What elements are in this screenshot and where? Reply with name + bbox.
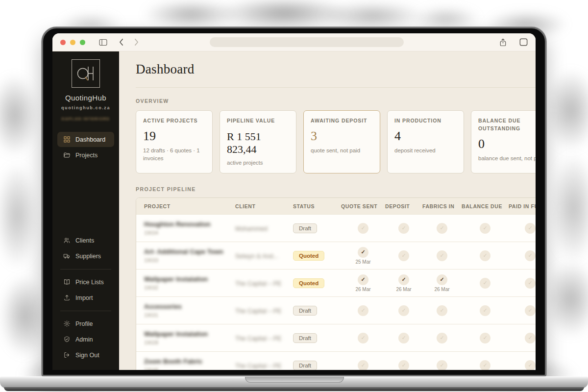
check-icon: ✓ bbox=[525, 305, 536, 316]
check-icon: ✓ bbox=[480, 223, 490, 234]
stat-cards-row: ACTIVE PROJECTS 19 12 drafts · 6 quotes … bbox=[136, 110, 536, 173]
sidebar-item[interactable]: Admin bbox=[57, 332, 114, 347]
check-icon: ✓ bbox=[480, 305, 490, 316]
project-name: Wallpaper Instalation bbox=[144, 275, 235, 283]
stat-card-label: BALANCE DUE OUTSTANDING bbox=[478, 117, 536, 133]
background-blob bbox=[0, 74, 39, 157]
sidebar-item[interactable]: Sign Out bbox=[57, 347, 114, 363]
status-badge: Quoted bbox=[293, 251, 324, 261]
check-cell: ✓ bbox=[462, 333, 509, 343]
forward-button[interactable] bbox=[134, 39, 139, 46]
sidebar-item[interactable]: Dashboard bbox=[57, 132, 114, 147]
sidebar-item[interactable]: Profile bbox=[57, 316, 114, 331]
project-name: Art- Additional Cape Town bbox=[144, 248, 235, 255]
check-cell: ✓ bbox=[509, 360, 536, 370]
sidebar-item-label: Price Lists bbox=[75, 279, 104, 286]
page-title: Dashboard bbox=[136, 62, 195, 77]
stat-card-value: R 1 551 823,44 bbox=[227, 130, 289, 156]
check-icon: ✓ bbox=[480, 278, 490, 289]
minimize-window-button[interactable] bbox=[70, 40, 75, 45]
check-cell: ✓ bbox=[385, 250, 422, 261]
stat-card-subtext: quote sent, not paid bbox=[311, 147, 373, 155]
pipeline-section-label: PROJECT PIPELINE bbox=[136, 186, 536, 192]
new-tab-icon[interactable] bbox=[519, 38, 528, 46]
address-bar[interactable] bbox=[210, 37, 404, 47]
background-blob bbox=[142, 0, 240, 28]
laptop-frame: QuotingHub quotinghub.co.za KAPLAN INTER… bbox=[42, 27, 546, 376]
sidebar-toggle-icon[interactable] bbox=[99, 39, 107, 46]
check-icon: ✓ bbox=[525, 250, 536, 261]
stat-card-value: 19 bbox=[143, 129, 205, 144]
sign-out-icon bbox=[63, 351, 71, 359]
check-date: 26 Mar bbox=[355, 287, 370, 292]
stat-card-subtext: active projects bbox=[227, 159, 289, 167]
stat-card-value: 4 bbox=[394, 129, 457, 144]
check-icon: ✓ bbox=[525, 333, 536, 343]
column-header: CLIENT bbox=[235, 203, 293, 209]
sidebar-item[interactable]: Import bbox=[57, 290, 114, 305]
check-cell: ✓ bbox=[422, 305, 462, 316]
project-id: 19034 bbox=[144, 230, 235, 236]
stat-card-label: IN PRODUCTION bbox=[394, 117, 457, 125]
stat-card-label: AWAITING DEPOSIT bbox=[311, 117, 373, 125]
status-badge: Draft bbox=[293, 306, 317, 316]
check-icon: ✓ bbox=[398, 305, 409, 316]
stat-card-label: PIPELINE VALUE bbox=[227, 117, 289, 125]
table-row[interactable]: Art- Additional Cape Town 19033 Selwyn &… bbox=[136, 242, 536, 269]
check-icon: ✓ bbox=[398, 360, 409, 370]
check-icon: ✓ bbox=[358, 333, 368, 343]
column-header: BALANCE DUE bbox=[462, 203, 509, 209]
sidebar-item-label: Suppliers bbox=[75, 253, 101, 260]
client-name: The Capital – PE bbox=[235, 308, 282, 315]
share-icon[interactable] bbox=[499, 38, 507, 47]
table-row[interactable]: Wallpaper Instalation 19032 The Capital … bbox=[136, 269, 536, 296]
sidebar-nav-primary: Dashboard Projects bbox=[52, 132, 119, 163]
check-icon: ✓ bbox=[358, 360, 368, 370]
check-cell: ✓ bbox=[509, 223, 536, 234]
check-cell: ✓ bbox=[509, 305, 536, 316]
table-row[interactable]: Wallpaper Instalation 19028 The Capital … bbox=[136, 324, 536, 351]
check-icon: ✓ bbox=[437, 305, 447, 316]
sidebar: QuotingHub quotinghub.co.za KAPLAN INTER… bbox=[52, 51, 119, 370]
check-cell: ✓ 26 Mar bbox=[422, 274, 462, 292]
project-name: Wallpaper Instalation bbox=[144, 330, 235, 338]
check-icon: ✓ bbox=[358, 305, 368, 316]
check-cell: ✓ 26 Mar bbox=[341, 274, 385, 292]
main-content: Dashboard OVERVIEW ACTIVE PROJECTS 19 12… bbox=[119, 51, 536, 370]
project-name: Accessories bbox=[144, 303, 235, 310]
check-icon: ✓ bbox=[437, 223, 447, 234]
column-header: DEPOSIT bbox=[385, 203, 422, 209]
check-cell: ✓ bbox=[509, 333, 536, 343]
background-blob bbox=[544, 260, 588, 338]
browser-toolbar bbox=[52, 33, 536, 51]
sidebar-item[interactable]: Suppliers bbox=[57, 248, 114, 264]
check-icon: ✓ bbox=[437, 250, 447, 261]
client-name: The Capital – PE bbox=[235, 335, 282, 342]
suppliers-icon bbox=[63, 252, 71, 260]
status-badge: Draft bbox=[293, 333, 317, 343]
column-header: PROJECT bbox=[144, 203, 235, 209]
client-name: The Capital – PE bbox=[235, 280, 282, 287]
quotinghub-logo bbox=[72, 59, 100, 88]
sidebar-item[interactable]: Projects bbox=[57, 147, 114, 163]
stat-card-label: ACTIVE PROJECTS bbox=[143, 117, 205, 125]
table-row[interactable]: Zoom Booth Fabric 19048 The Capital – PE… bbox=[136, 351, 536, 370]
zoom-window-button[interactable] bbox=[80, 40, 85, 45]
browser-window: QuotingHub quotinghub.co.za KAPLAN INTER… bbox=[52, 33, 536, 370]
check-cell: ✓ bbox=[462, 278, 509, 289]
check-icon: ✓ bbox=[525, 278, 536, 289]
check-icon: ✓ bbox=[480, 250, 490, 261]
check-icon: ✓ bbox=[437, 333, 447, 343]
table-row[interactable]: Accessories 19031 The Capital – PE Draft… bbox=[136, 296, 536, 324]
sidebar-item[interactable]: Price Lists bbox=[57, 274, 114, 290]
check-icon: ✓ bbox=[398, 223, 409, 234]
close-window-button[interactable] bbox=[60, 40, 66, 45]
sidebar-item-label: Admin bbox=[75, 336, 93, 343]
check-icon: ✓ bbox=[480, 333, 490, 343]
table-row[interactable]: Houghton Renovation 19034 Mohammed Draft… bbox=[136, 214, 536, 242]
dashboard-grid-icon bbox=[63, 136, 71, 144]
back-button[interactable] bbox=[119, 39, 123, 46]
column-header: STATUS bbox=[293, 203, 341, 209]
sidebar-item[interactable]: Clients bbox=[57, 233, 114, 248]
project-pipeline-table: PROJECTCLIENTSTATUSQUOTE SENTDEPOSITFABR… bbox=[136, 197, 536, 370]
